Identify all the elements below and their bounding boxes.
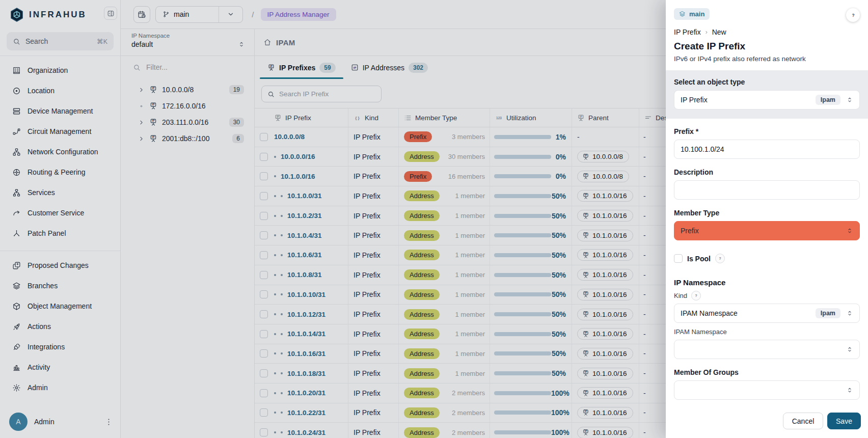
layers-icon	[679, 11, 686, 17]
kind-value: IPAM Namespace	[681, 309, 816, 317]
chevron-up-down-icon	[846, 96, 853, 103]
member-type-value: Prefix	[681, 227, 846, 235]
member-type-select[interactable]: Prefix	[674, 221, 860, 240]
chevron-up-down-icon	[846, 310, 853, 317]
kind-select[interactable]: IPAM Namespace Ipam	[674, 304, 860, 323]
svg-text:?: ?	[852, 13, 854, 18]
kind-badge: Ipam	[816, 308, 840, 318]
drawer-breadcrumb: IP Prefix › New	[674, 28, 860, 36]
cancel-button[interactable]: Cancel	[783, 413, 823, 429]
drawer-subtitle: IPv6 or IPv4 prefix also referred as net…	[674, 55, 860, 63]
object-type-value: IP Prefix	[681, 96, 816, 104]
question-mark-icon: ?	[849, 11, 857, 19]
member-of-groups-field-label: Member Of Groups	[674, 368, 860, 376]
is-pool-label: Is Pool	[687, 255, 711, 263]
kind-badge: Ipam	[816, 95, 840, 105]
description-field[interactable]	[674, 180, 860, 200]
modal-backdrop[interactable]	[0, 0, 666, 438]
prefix-field-value: 10.100.1.0/24	[681, 145, 853, 153]
description-field-label: Description	[674, 168, 860, 176]
breadcrumb-item: IP Prefix	[674, 28, 701, 36]
is-pool-help-button[interactable]: ?	[715, 254, 725, 263]
drawer-title: Create IP Prefix	[674, 41, 860, 52]
svg-text:?: ?	[719, 257, 721, 260]
branch-badge: main	[674, 8, 710, 20]
ipam-namespace-select[interactable]	[674, 340, 860, 359]
chevron-up-down-icon	[846, 346, 853, 353]
svg-text:?: ?	[695, 294, 697, 297]
kind-help-button[interactable]: ?	[691, 291, 701, 300]
ip-namespace-section-title: IP Namespace	[674, 278, 860, 287]
object-type-label: Select an object type	[674, 78, 860, 86]
chevron-up-down-icon	[846, 387, 853, 394]
chevron-up-down-icon	[846, 227, 853, 234]
prefix-field[interactable]: 10.100.1.0/24	[674, 140, 860, 159]
breadcrumb-item: New	[712, 28, 726, 36]
member-type-field-label: Member Type	[674, 209, 860, 217]
ipam-namespace-field-label: IPAM Namespace	[674, 328, 860, 336]
kind-field-label: Kind	[674, 292, 687, 299]
save-button[interactable]: Save	[827, 413, 861, 429]
is-pool-checkbox[interactable]	[674, 254, 683, 263]
create-ip-prefix-drawer: main ? IP Prefix › New Create IP Prefix …	[666, 0, 868, 438]
help-button[interactable]: ?	[846, 8, 860, 22]
question-mark-icon: ?	[693, 292, 699, 299]
prefix-field-label: Prefix *	[674, 127, 860, 135]
object-type-select[interactable]: IP Prefix Ipam	[674, 90, 860, 110]
branch-badge-label: main	[689, 10, 704, 18]
question-mark-icon: ?	[717, 255, 723, 262]
member-of-groups-select[interactable]	[674, 380, 860, 400]
breadcrumb-separator: ›	[706, 29, 708, 36]
